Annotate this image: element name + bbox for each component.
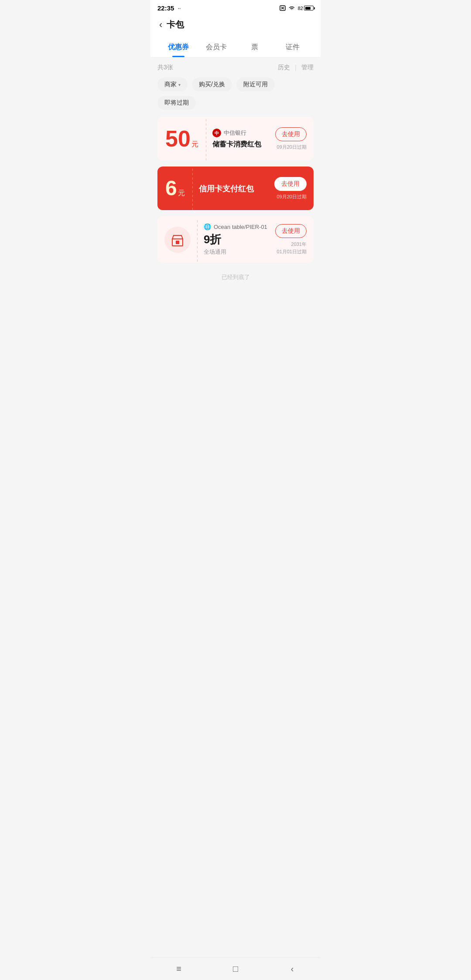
action-links: 历史 ｜ 管理 (278, 64, 314, 71)
filter-nearby[interactable]: 附近可用 (236, 78, 275, 92)
battery-level: 82 (298, 6, 303, 11)
filter-buy[interactable]: 购买/兑换 (192, 78, 232, 92)
merchant-name-1: 中信银行 (224, 129, 246, 137)
sim-icon (280, 5, 286, 11)
status-bar: 22:35 ·· 82 (150, 0, 321, 14)
wifi-icon (288, 5, 295, 11)
merchant-name-3: Ocean table/PIER-01 (214, 224, 267, 230)
status-icons: 82 (280, 5, 314, 11)
citic-logo-icon: 中 (213, 129, 221, 137)
tab-member[interactable]: 会员卡 (198, 37, 236, 57)
status-time: 22:35 (157, 4, 174, 12)
discount-label-3: 9折 (204, 232, 269, 247)
tab-tickets[interactable]: 票 (236, 37, 274, 57)
history-link[interactable]: 历史 (278, 64, 290, 71)
coupon-left-1: 50 元 (157, 117, 206, 160)
coupon-amount-2: 6 (165, 178, 177, 199)
header: ‹ 卡包 (150, 14, 321, 37)
coupon-card-3: 🌐 Ocean table/PIER-01 9折 全场通用 去使用 2031年 … (157, 216, 314, 263)
coupon-card-1: 50 元 中 中信银行 储蓄卡消费红包 (157, 117, 314, 160)
use-button-3[interactable]: 去使用 (275, 224, 307, 238)
expire-text-3: 2031年 01月01日过期 (277, 241, 307, 255)
filter-row: 商家 ▾ 购买/兑换 附近可用 即将过期 (157, 78, 314, 110)
bottom-hint: 已经到底了 (157, 273, 314, 281)
coupon-card-2: 6 元 信用卡支付红包 去使用 09月20日过期 (157, 167, 314, 210)
coupon-unit-2: 元 (178, 189, 185, 198)
page-title: 卡包 (167, 19, 184, 31)
filter-merchant[interactable]: 商家 ▾ (157, 78, 188, 92)
filter-expiring[interactable]: 即将过期 (157, 96, 196, 110)
tabs-container: 优惠券 会员卡 票 证件 (150, 37, 321, 58)
coupon-right-3: 🌐 Ocean table/PIER-01 9折 全场通用 (198, 216, 275, 263)
coupon-right-2: 信用卡支付红包 (193, 167, 274, 210)
expire-text-1: 09月20日过期 (277, 144, 307, 150)
merchant-logo-1: 中 (212, 129, 221, 137)
status-dots: ·· (177, 5, 181, 11)
discount-sub-3: 全场通用 (204, 248, 269, 256)
coupon-right-1: 中 中信银行 储蓄卡消费红包 (206, 117, 275, 160)
coupon-unit-1: 元 (191, 140, 198, 149)
coupon-action-1: 去使用 09月20日过期 (275, 117, 314, 160)
svg-text:中: 中 (215, 131, 219, 136)
store-icon (171, 233, 184, 247)
battery-icon (304, 6, 314, 10)
expire-text-2: 09月20日过期 (277, 194, 307, 200)
coupon-left-3 (157, 218, 198, 262)
coupon-count: 共3张 (157, 64, 173, 71)
shop-icon-circle (164, 227, 191, 253)
use-button-1[interactable]: 去使用 (275, 127, 307, 141)
coupon-title-2: 信用卡支付红包 (199, 184, 268, 194)
coupon-title-1: 储蓄卡消费红包 (212, 140, 269, 149)
coupon-left-2: 6 元 (157, 167, 193, 210)
battery-container: 82 (298, 6, 314, 11)
manage-link[interactable]: 管理 (301, 64, 314, 71)
coupon-amount-1: 50 (165, 127, 191, 150)
use-button-2[interactable]: 去使用 (274, 177, 307, 191)
count-row: 共3张 历史 ｜ 管理 (157, 64, 314, 71)
tab-coupons[interactable]: 优惠券 (159, 37, 198, 57)
coupon-action-3: 去使用 2031年 01月01日过期 (275, 217, 314, 262)
back-button[interactable]: ‹ (159, 20, 162, 30)
chevron-down-icon: ▾ (178, 82, 181, 87)
coupon-action-2: 去使用 09月20日过期 (274, 167, 314, 210)
svg-rect-6 (176, 241, 179, 244)
tab-id[interactable]: 证件 (274, 37, 312, 57)
battery-fill (305, 7, 311, 10)
content-area: 共3张 历史 ｜ 管理 商家 ▾ 购买/兑换 附近可用 即将过期 50 元 (150, 58, 321, 300)
globe-icon: 🌐 (204, 223, 211, 230)
